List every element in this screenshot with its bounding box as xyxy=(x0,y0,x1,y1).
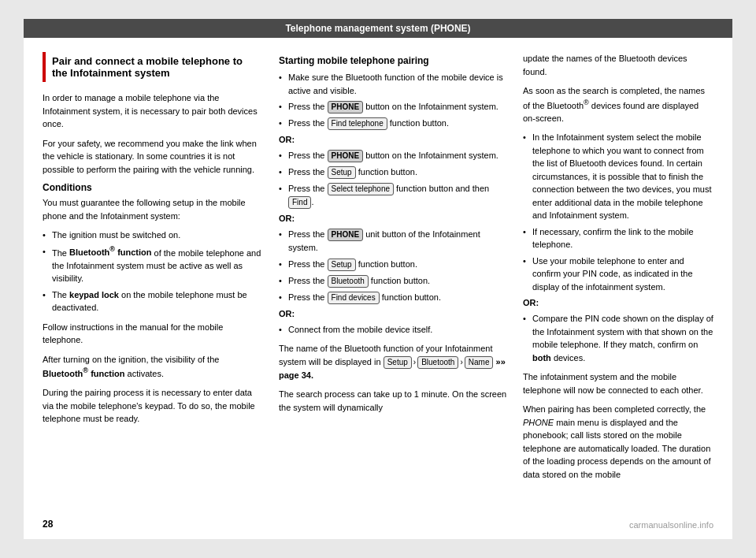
conditions-intro: You must guarantee the following setup i… xyxy=(43,196,263,222)
setup-button-1: Setup xyxy=(328,166,356,179)
list-item: The Bluetooth® function of the mobile te… xyxy=(43,245,263,285)
list-item: The ignition must be switched on. xyxy=(43,229,263,242)
phone-button-3: PHONE xyxy=(328,229,364,241)
update-text: update the names of the Bluetooth device… xyxy=(523,52,713,78)
page: Telephone management system (PHONE) Pair… xyxy=(24,19,732,539)
section-title: Pair and connect a mobile telephone to t… xyxy=(52,55,257,79)
select-telephone-button: Select telephone xyxy=(328,183,395,195)
bluetooth-button: Bluetooth xyxy=(328,275,369,288)
list-item: Press the Find devices function button. xyxy=(279,291,507,304)
or-label-2: OR: xyxy=(279,214,507,223)
find-button: Find xyxy=(288,196,311,209)
list-item: Make sure the Bluetooth function of the … xyxy=(279,71,507,97)
section-title-box: Pair and connect a mobile telephone to t… xyxy=(43,52,263,82)
list-item: Press the PHONE button on the Infotainme… xyxy=(279,100,507,113)
watermark: carmanualsonline.info xyxy=(629,520,713,530)
page-number: 28 xyxy=(43,519,53,530)
list-item: Press the PHONE unit button of the Infot… xyxy=(279,228,507,255)
list-item: Use your mobile telephone to enter and c… xyxy=(523,255,713,294)
middle-column: Starting mobile telephone pairing Make s… xyxy=(279,52,507,487)
pairing-complete-text: When pairing has been completed correctl… xyxy=(523,403,713,481)
list-item: The keypad lock on the mobile telephone … xyxy=(43,288,263,314)
or-label-3: OR: xyxy=(279,309,507,318)
after-ignition-text: After turning on the ignition, the visib… xyxy=(43,353,263,381)
list-item: Press the Select telephone function butt… xyxy=(279,182,507,209)
during-pairing-text: During the pairing process it is necessa… xyxy=(43,386,263,426)
find-devices-button: Find devices xyxy=(328,292,380,304)
header-title: Telephone management system (PHONE) xyxy=(285,23,470,34)
setup-button-2: Setup xyxy=(328,259,356,271)
para-intro: In order to manage a mobile telephone vi… xyxy=(43,91,263,131)
phone-button-1: PHONE xyxy=(328,101,364,113)
conditions-title: Conditions xyxy=(43,182,263,193)
list-item: Press the PHONE button on the Infotainme… xyxy=(279,149,507,162)
list-item: Connect from the mobile device itself. xyxy=(279,323,507,337)
list-item: If necessary, confirm the link to the mo… xyxy=(523,225,713,251)
phone-button-2: PHONE xyxy=(328,150,364,162)
search-text: The search process can take up to 1 minu… xyxy=(279,388,507,414)
left-column: Pair and connect a mobile telephone to t… xyxy=(43,52,263,487)
search-complete-text: As soon as the search is completed, the … xyxy=(523,84,713,125)
connected-text: The infotainment system and the mobile t… xyxy=(523,370,713,396)
name-nav: Name xyxy=(465,356,494,369)
or-label-1: OR: xyxy=(279,135,507,144)
list-item: Press the Find telephone function button… xyxy=(279,117,507,130)
nav-path: Setup ›Bluetooth ›Name xyxy=(384,356,494,369)
right-column: update the names of the Bluetooth device… xyxy=(523,52,713,487)
find-telephone-button: Find telephone xyxy=(328,117,387,130)
setup-nav: Setup xyxy=(384,356,412,369)
bluetooth-nav: Bluetooth xyxy=(417,356,458,369)
para-safety: For your safety, we recommend you make t… xyxy=(43,137,263,177)
or-label-4: OR: xyxy=(523,298,713,307)
list-item: Press the Setup function button. xyxy=(279,258,507,271)
follow-text: Follow instructions in the manual for th… xyxy=(43,321,263,347)
content-area: Pair and connect a mobile telephone to t… xyxy=(24,38,732,501)
header-bar: Telephone management system (PHONE) xyxy=(24,19,732,38)
list-item: Press the Setup function button. xyxy=(279,166,507,179)
middle-section-title: Starting mobile telephone pairing xyxy=(279,55,507,66)
name-text: The name of the Bluetooth function of yo… xyxy=(279,342,507,381)
list-item: Compare the PIN code shown on the displa… xyxy=(523,312,713,364)
list-item: Press the Bluetooth function button. xyxy=(279,274,507,288)
list-item: In the Infotainment system select the mo… xyxy=(523,131,713,222)
